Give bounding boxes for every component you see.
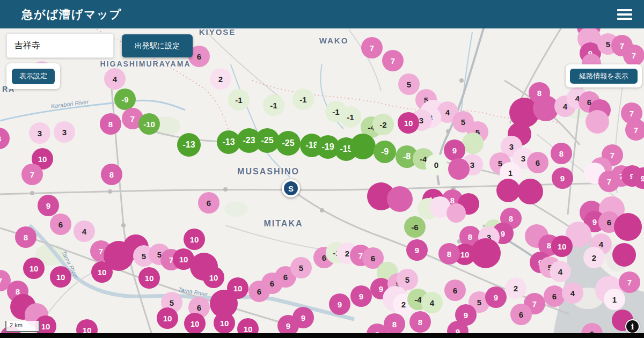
map-marker[interactable]: 4: [562, 282, 583, 304]
map-marker[interactable]: 8: [529, 82, 550, 104]
map-scale-control: 2 km: [5, 321, 40, 332]
app-window: KIYOSEWAKOHIGASHIMURAYAMAMUSASHINOMITAKA…: [0, 0, 644, 338]
map-marker[interactable]: 9: [292, 307, 314, 328]
map-marker[interactable]: [448, 158, 470, 180]
map-marker[interactable]: 7: [619, 271, 640, 293]
map-marker[interactable]: 10: [214, 312, 235, 334]
map-marker[interactable]: [462, 133, 484, 154]
map-marker[interactable]: -6: [404, 216, 426, 238]
map-marker[interactable]: 6: [50, 214, 71, 235]
map-marker[interactable]: 7: [382, 50, 404, 71]
map-marker[interactable]: 2: [583, 247, 605, 268]
map-marker[interactable]: 4: [550, 261, 571, 282]
map-marker[interactable]: 7: [623, 45, 644, 66]
info-icon: i: [626, 320, 639, 333]
map-marker[interactable]: 2: [210, 68, 231, 90]
map-marker[interactable]: [614, 213, 642, 241]
map-marker[interactable]: 10: [184, 313, 206, 334]
display-settings-button[interactable]: 表示設定: [12, 69, 55, 84]
map-marker[interactable]: [612, 243, 636, 267]
map-marker[interactable]: -1: [340, 106, 361, 128]
map-marker[interactable]: [387, 186, 413, 212]
map-marker[interactable]: -1: [292, 89, 314, 110]
map-marker[interactable]: 10: [50, 266, 71, 288]
map-marker[interactable]: 8: [101, 164, 122, 185]
map-marker[interactable]: 9: [350, 285, 372, 307]
map-marker[interactable]: 2: [505, 277, 526, 299]
route-info-button[interactable]: 経路情報を表示: [570, 69, 638, 84]
map-marker[interactable]: [447, 203, 466, 223]
map-marker[interactable]: 10: [184, 229, 205, 250]
hamburger-icon[interactable]: [617, 9, 632, 20]
map-marker[interactable]: -1: [263, 94, 284, 116]
map-marker[interactable]: 10: [91, 261, 113, 283]
map-marker[interactable]: 9: [552, 167, 573, 189]
map-marker[interactable]: [517, 179, 543, 204]
map-marker[interactable]: 10: [203, 267, 224, 288]
map-marker[interactable]: 6: [198, 192, 219, 214]
map-marker[interactable]: 10: [551, 236, 573, 257]
station-search-wrap: [6, 33, 114, 58]
map-marker[interactable]: 5: [398, 74, 420, 95]
map-marker[interactable]: 4: [74, 221, 95, 242]
map-marker[interactable]: [586, 110, 609, 134]
set-departure-button[interactable]: 出発駅に設定: [122, 34, 193, 57]
map-marker[interactable]: 0: [426, 154, 447, 175]
map-marker[interactable]: -10: [138, 113, 160, 135]
map-marker[interactable]: 8: [551, 143, 572, 164]
map-marker[interactable]: 3: [54, 121, 75, 143]
map-marker[interactable]: -1: [228, 89, 250, 111]
map-marker[interactable]: 6: [510, 304, 532, 325]
map-marker[interactable]: [496, 179, 520, 202]
map-marker[interactable]: 9: [329, 293, 350, 315]
map-marker[interactable]: 9: [406, 239, 428, 261]
map-marker[interactable]: 10: [398, 112, 419, 134]
map-marker[interactable]: -25: [276, 131, 301, 156]
route-info-panel: 経路情報を表示: [566, 64, 642, 87]
map-marker[interactable]: [350, 134, 376, 159]
map-marker[interactable]: 9: [444, 139, 465, 161]
map-marker[interactable]: 9: [485, 286, 507, 308]
map-marker[interactable]: -13: [177, 133, 201, 157]
map-marker[interactable]: 10: [138, 267, 160, 289]
map-marker[interactable]: 4: [421, 292, 443, 313]
map-marker[interactable]: 8: [15, 226, 36, 248]
bottom-letterbox-bar: [0, 333, 644, 338]
map-marker[interactable]: 9: [38, 195, 59, 216]
map-marker[interactable]: 7: [21, 164, 43, 185]
app-title: 急がば漕げマップ: [21, 7, 122, 22]
map-marker[interactable]: 7: [361, 37, 383, 58]
map-marker[interactable]: 3: [29, 122, 50, 144]
map-marker[interactable]: 8: [100, 113, 121, 135]
map-marker[interactable]: 6: [444, 280, 466, 301]
map-marker[interactable]: 1: [604, 289, 625, 310]
map-marker[interactable]: 8: [409, 311, 431, 333]
display-settings-panel: 表示設定: [6, 63, 60, 89]
map-marker[interactable]: 8: [0, 128, 10, 149]
map-marker[interactable]: 10: [157, 307, 178, 329]
start-station-marker[interactable]: S: [282, 179, 300, 197]
map-marker[interactable]: 8: [438, 243, 460, 264]
map-marker[interactable]: 7: [625, 119, 644, 141]
map-marker[interactable]: -2: [372, 114, 394, 135]
map-marker[interactable]: 4: [104, 68, 126, 90]
map-marker[interactable]: -9: [114, 89, 136, 110]
map-marker[interactable]: 6: [527, 152, 548, 173]
map-marker[interactable]: 10: [23, 258, 45, 279]
map-marker[interactable]: -9: [374, 141, 396, 163]
header-bar: 急がば漕げマップ: [0, 0, 644, 28]
station-search-input[interactable]: [6, 33, 114, 58]
info-button[interactable]: i: [625, 319, 640, 334]
map-marker[interactable]: 5: [290, 257, 312, 278]
